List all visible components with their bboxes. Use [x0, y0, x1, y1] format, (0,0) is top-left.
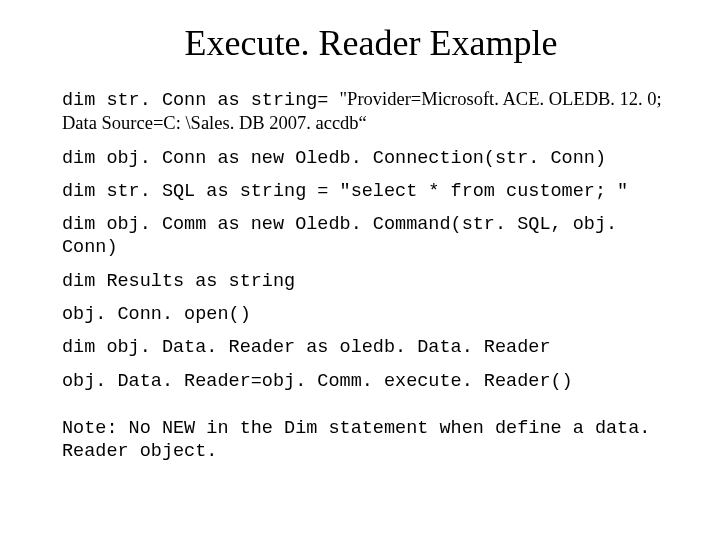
- code-text: dim str. Conn as string=: [62, 90, 340, 111]
- code-line-8: obj. Data. Reader=obj. Comm. execute. Re…: [62, 370, 680, 393]
- code-line-2: dim obj. Conn as new Oledb. Connection(s…: [62, 147, 680, 170]
- code-line-1: dim str. Conn as string= "Provider=Micro…: [62, 88, 680, 137]
- code-line-7: dim obj. Data. Reader as oledb. Data. Re…: [62, 336, 680, 359]
- code-line-6: obj. Conn. open(): [62, 303, 680, 326]
- slide-title: Execute. Reader Example: [62, 22, 680, 64]
- code-line-4: dim obj. Comm as new Oledb. Command(str.…: [62, 213, 680, 260]
- code-line-5: dim Results as string: [62, 270, 680, 293]
- slide: Execute. Reader Example dim str. Conn as…: [0, 0, 720, 464]
- code-line-3: dim str. SQL as string = "select * from …: [62, 180, 680, 203]
- note-line: Note: No NEW in the Dim statement when d…: [62, 417, 680, 464]
